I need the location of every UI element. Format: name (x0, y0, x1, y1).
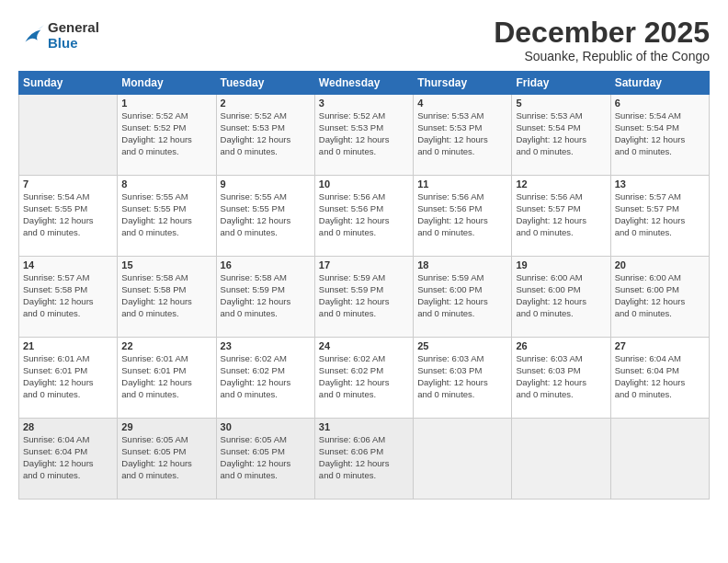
day-number: 13 (615, 178, 705, 190)
day-info: Sunrise: 5:53 AM Sunset: 5:53 PM Dayligh… (417, 110, 507, 157)
weekday-header: Friday (512, 72, 610, 95)
day-number: 6 (615, 98, 705, 109)
calendar-cell: 4Sunrise: 5:53 AM Sunset: 5:53 PM Daylig… (414, 95, 512, 176)
logo-general: General (48, 20, 99, 36)
logo: General Blue (18, 20, 99, 51)
calendar-cell: 29Sunrise: 6:05 AM Sunset: 6:05 PM Dayli… (118, 419, 216, 500)
day-info: Sunrise: 6:00 AM Sunset: 6:00 PM Dayligh… (615, 272, 705, 319)
calendar-cell: 3Sunrise: 5:52 AM Sunset: 5:53 PM Daylig… (314, 95, 413, 176)
calendar-cell: 22Sunrise: 6:01 AM Sunset: 6:01 PM Dayli… (118, 338, 216, 419)
calendar-cell: 16Sunrise: 5:58 AM Sunset: 5:59 PM Dayli… (216, 257, 314, 338)
calendar-cell: 20Sunrise: 6:00 AM Sunset: 6:00 PM Dayli… (610, 257, 709, 338)
calendar-cell (19, 95, 118, 176)
day-number: 8 (121, 178, 211, 190)
day-info: Sunrise: 6:05 AM Sunset: 6:05 PM Dayligh… (121, 434, 211, 481)
day-number: 1 (121, 98, 211, 109)
day-info: Sunrise: 5:54 AM Sunset: 5:55 PM Dayligh… (23, 191, 113, 238)
calendar-cell: 5Sunrise: 5:53 AM Sunset: 5:54 PM Daylig… (512, 95, 610, 176)
calendar-cell: 1Sunrise: 5:52 AM Sunset: 5:52 PM Daylig… (118, 95, 216, 176)
day-number: 28 (23, 421, 113, 432)
calendar-cell (512, 419, 610, 500)
day-number: 12 (516, 178, 606, 190)
day-number: 3 (319, 98, 409, 109)
calendar-header: SundayMondayTuesdayWednesdayThursdayFrid… (19, 72, 710, 95)
day-number: 16 (221, 259, 311, 270)
day-number: 4 (417, 98, 507, 109)
day-info: Sunrise: 5:53 AM Sunset: 5:54 PM Dayligh… (516, 110, 606, 157)
calendar-cell: 18Sunrise: 5:59 AM Sunset: 6:00 PM Dayli… (414, 257, 512, 338)
weekday-header: Sunday (19, 72, 118, 95)
day-info: Sunrise: 6:04 AM Sunset: 6:04 PM Dayligh… (23, 434, 113, 481)
day-number: 15 (121, 259, 211, 270)
day-info: Sunrise: 5:56 AM Sunset: 5:57 PM Dayligh… (516, 191, 606, 238)
day-number: 10 (319, 178, 409, 190)
calendar-body: 1Sunrise: 5:52 AM Sunset: 5:52 PM Daylig… (19, 95, 710, 500)
day-number: 31 (319, 421, 409, 432)
day-number: 20 (615, 259, 705, 270)
day-number: 2 (221, 98, 311, 109)
calendar-week-row: 7Sunrise: 5:54 AM Sunset: 5:55 PM Daylig… (19, 176, 710, 257)
calendar-cell: 24Sunrise: 6:02 AM Sunset: 6:02 PM Dayli… (314, 338, 413, 419)
weekday-header: Monday (118, 72, 216, 95)
day-info: Sunrise: 6:01 AM Sunset: 6:01 PM Dayligh… (121, 353, 211, 400)
calendar-table: SundayMondayTuesdayWednesdayThursdayFrid… (18, 71, 710, 500)
calendar-cell: 9Sunrise: 5:55 AM Sunset: 5:55 PM Daylig… (216, 176, 314, 257)
day-info: Sunrise: 6:00 AM Sunset: 6:00 PM Dayligh… (516, 272, 606, 319)
logo-blue: Blue (48, 36, 99, 52)
day-number: 24 (319, 340, 409, 351)
calendar-cell: 23Sunrise: 6:02 AM Sunset: 6:02 PM Dayli… (216, 338, 314, 419)
day-info: Sunrise: 5:58 AM Sunset: 5:59 PM Dayligh… (221, 272, 311, 319)
day-info: Sunrise: 5:59 AM Sunset: 5:59 PM Dayligh… (319, 272, 409, 319)
calendar-cell: 12Sunrise: 5:56 AM Sunset: 5:57 PM Dayli… (512, 176, 610, 257)
logo-icon (18, 23, 44, 49)
header: General Blue December 2025 Souanke, Repu… (18, 17, 710, 63)
day-info: Sunrise: 6:05 AM Sunset: 6:05 PM Dayligh… (221, 434, 311, 481)
day-info: Sunrise: 5:58 AM Sunset: 5:58 PM Dayligh… (121, 272, 211, 319)
day-number: 27 (615, 340, 705, 351)
day-info: Sunrise: 5:52 AM Sunset: 5:52 PM Dayligh… (121, 110, 211, 157)
weekday-header: Tuesday (216, 72, 314, 95)
calendar-week-row: 14Sunrise: 5:57 AM Sunset: 5:58 PM Dayli… (19, 257, 710, 338)
day-info: Sunrise: 5:55 AM Sunset: 5:55 PM Dayligh… (121, 191, 211, 238)
calendar-cell: 21Sunrise: 6:01 AM Sunset: 6:01 PM Dayli… (19, 338, 118, 419)
calendar-cell: 7Sunrise: 5:54 AM Sunset: 5:55 PM Daylig… (19, 176, 118, 257)
calendar-cell (414, 419, 512, 500)
calendar-week-row: 1Sunrise: 5:52 AM Sunset: 5:52 PM Daylig… (19, 95, 710, 176)
day-number: 9 (221, 178, 311, 190)
day-number: 21 (23, 340, 113, 351)
day-info: Sunrise: 5:52 AM Sunset: 5:53 PM Dayligh… (319, 110, 409, 157)
calendar-cell: 11Sunrise: 5:56 AM Sunset: 5:56 PM Dayli… (414, 176, 512, 257)
day-info: Sunrise: 5:54 AM Sunset: 5:54 PM Dayligh… (615, 110, 705, 157)
day-number: 11 (417, 178, 507, 190)
day-info: Sunrise: 6:04 AM Sunset: 6:04 PM Dayligh… (615, 353, 705, 400)
day-number: 18 (417, 259, 507, 270)
day-info: Sunrise: 5:55 AM Sunset: 5:55 PM Dayligh… (221, 191, 311, 238)
weekday-header-row: SundayMondayTuesdayWednesdayThursdayFrid… (19, 72, 710, 95)
day-info: Sunrise: 5:56 AM Sunset: 5:56 PM Dayligh… (417, 191, 507, 238)
day-info: Sunrise: 6:01 AM Sunset: 6:01 PM Dayligh… (23, 353, 113, 400)
day-number: 5 (516, 98, 606, 109)
subtitle: Souanke, Republic of the Congo (494, 49, 710, 63)
calendar-cell: 15Sunrise: 5:58 AM Sunset: 5:58 PM Dayli… (118, 257, 216, 338)
day-info: Sunrise: 5:59 AM Sunset: 6:00 PM Dayligh… (417, 272, 507, 319)
calendar-cell: 10Sunrise: 5:56 AM Sunset: 5:56 PM Dayli… (314, 176, 413, 257)
day-info: Sunrise: 5:56 AM Sunset: 5:56 PM Dayligh… (319, 191, 409, 238)
day-number: 22 (121, 340, 211, 351)
calendar-cell: 14Sunrise: 5:57 AM Sunset: 5:58 PM Dayli… (19, 257, 118, 338)
calendar-cell: 19Sunrise: 6:00 AM Sunset: 6:00 PM Dayli… (512, 257, 610, 338)
calendar-week-row: 21Sunrise: 6:01 AM Sunset: 6:01 PM Dayli… (19, 338, 710, 419)
calendar-cell: 27Sunrise: 6:04 AM Sunset: 6:04 PM Dayli… (610, 338, 709, 419)
main-title: December 2025 (494, 17, 710, 49)
day-info: Sunrise: 5:57 AM Sunset: 5:57 PM Dayligh… (615, 191, 705, 238)
day-info: Sunrise: 6:03 AM Sunset: 6:03 PM Dayligh… (417, 353, 507, 400)
day-number: 19 (516, 259, 606, 270)
weekday-header: Saturday (610, 72, 709, 95)
day-number: 26 (516, 340, 606, 351)
day-number: 7 (23, 178, 113, 190)
title-area: December 2025 Souanke, Republic of the C… (494, 17, 710, 63)
day-info: Sunrise: 5:57 AM Sunset: 5:58 PM Dayligh… (23, 272, 113, 319)
calendar-cell: 17Sunrise: 5:59 AM Sunset: 5:59 PM Dayli… (314, 257, 413, 338)
page: General Blue December 2025 Souanke, Repu… (0, 0, 728, 563)
calendar-cell: 13Sunrise: 5:57 AM Sunset: 5:57 PM Dayli… (610, 176, 709, 257)
calendar-cell: 30Sunrise: 6:05 AM Sunset: 6:05 PM Dayli… (216, 419, 314, 500)
